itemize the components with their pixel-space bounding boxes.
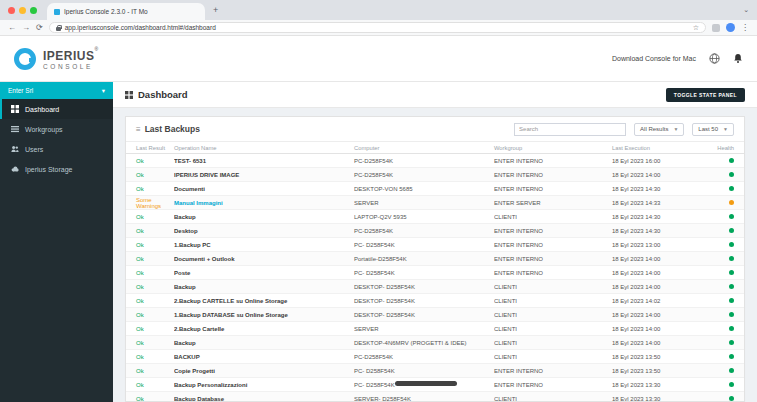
table-row[interactable]: OkBackupDESKTOP-4N6MRV (PROGETTI & IDEE)… bbox=[126, 336, 744, 350]
column-header-last-execution[interactable]: Last Execution bbox=[612, 145, 704, 151]
workgroup-cell: CLIENTI bbox=[494, 354, 612, 360]
tenant-selector[interactable]: Enter Srl ▾ bbox=[0, 82, 113, 99]
column-header-computer[interactable]: Computer bbox=[354, 145, 494, 151]
workgroup-cell: ENTER INTERNO bbox=[494, 242, 612, 248]
chevron-down-icon: ▼ bbox=[673, 126, 678, 132]
cloud-storage-icon bbox=[11, 165, 19, 173]
last-execution-cell: 18 Eyl 2023 14:02 bbox=[612, 298, 704, 304]
health-cell bbox=[704, 228, 734, 233]
table-header-row: Last Result Operation Name Computer Work… bbox=[126, 141, 744, 154]
table-row[interactable]: OkCopie ProgettiPC- D258F54KENTER INTERN… bbox=[126, 364, 744, 378]
toggle-state-panel-button[interactable]: TOGGLE STATE PANEL bbox=[666, 88, 745, 102]
health-status-dot bbox=[729, 158, 734, 163]
window-controls bbox=[8, 0, 37, 20]
table-row[interactable]: Ok1.Backup PCPC- D258F54KENTER INTERNO18… bbox=[126, 238, 744, 252]
table-row[interactable]: OkTEST- 6531PC-D258F54KENTER INTERNO18 E… bbox=[126, 154, 744, 168]
table-row[interactable]: Ok2.Backup CARTELLE su Online StorageDES… bbox=[126, 294, 744, 308]
health-status-dot bbox=[729, 340, 734, 345]
zoom-window-button[interactable] bbox=[30, 7, 37, 14]
last-execution-cell: 18 Eyl 2023 14:00 bbox=[612, 256, 704, 262]
tab-search-chevron-icon[interactable]: ⌄ bbox=[743, 6, 749, 14]
table-row[interactable]: Ok1.Backup DATABASE su Online StorageDES… bbox=[126, 308, 744, 322]
last-execution-cell: 18 Eyl 2023 14:00 bbox=[612, 312, 704, 318]
sidebar-item-label: Iperius Storage bbox=[25, 166, 72, 173]
close-window-button[interactable] bbox=[8, 7, 15, 14]
computer-cell: SERVER bbox=[354, 326, 494, 332]
url-bar[interactable]: app.iperiusconsole.com/dashboard.html#/d… bbox=[49, 22, 706, 33]
page-title-text: Dashboard bbox=[138, 89, 188, 100]
workgroup-cell: CLIENTI bbox=[494, 312, 612, 318]
search-input[interactable] bbox=[514, 123, 626, 136]
health-cell bbox=[704, 214, 734, 219]
column-header-health[interactable]: Health bbox=[704, 145, 734, 151]
download-console-link[interactable]: Download Console for Mac bbox=[612, 55, 696, 62]
table-row[interactable]: OkDocumenti + OutlookPortatile-D258F54KE… bbox=[126, 252, 744, 266]
health-status-dot bbox=[729, 312, 734, 317]
card-header: ≡ Last Backups All Results ▼ Last 50 ▼ bbox=[126, 117, 744, 141]
table-row[interactable]: OkPostePC- D258F54KENTER INTERNO18 Eyl 2… bbox=[126, 266, 744, 280]
last-result-cell: Some Warnings bbox=[136, 197, 174, 209]
table-controls: All Results ▼ Last 50 ▼ bbox=[514, 123, 734, 136]
table-row[interactable]: OkIPERIUS DRIVE IMAGEPC-D258F54KENTER IN… bbox=[126, 168, 744, 182]
table-row[interactable]: OkBackupDESKTOP- D258F54KCLIENTI18 Eyl 2… bbox=[126, 280, 744, 294]
health-status-dot bbox=[729, 368, 734, 373]
column-header-workgroup[interactable]: Workgroup bbox=[494, 145, 612, 151]
iperius-logo-icon bbox=[14, 48, 36, 70]
computer-cell: DESKTOP-VON 5685 bbox=[354, 186, 494, 192]
browser-tab[interactable]: Iperius Console 2.3.0 - IT Mo bbox=[47, 3, 205, 20]
health-status-dot bbox=[729, 326, 734, 331]
card-title: ≡ Last Backups bbox=[136, 124, 200, 134]
browser-menu-icon[interactable]: ⋮ bbox=[741, 23, 749, 32]
last-result-cell: Ok bbox=[136, 256, 174, 262]
minimize-window-button[interactable] bbox=[19, 7, 26, 14]
sidebar-item-label: Users bbox=[25, 146, 43, 153]
table-row[interactable]: OkBackup DatabaseSERVER- D258F54KCLIENTI… bbox=[126, 392, 744, 401]
sidebar-item-dashboard[interactable]: Dashboard bbox=[0, 99, 113, 119]
tenant-name: Enter Srl bbox=[8, 87, 33, 94]
profile-avatar[interactable] bbox=[726, 23, 735, 32]
main-content: Dashboard TOGGLE STATE PANEL ≡ Last Back… bbox=[113, 82, 757, 402]
sidebar-item-workgroups[interactable]: Workgroups bbox=[0, 119, 113, 139]
notifications-bell-icon[interactable] bbox=[733, 53, 743, 64]
sidebar-item-iperius-storage[interactable]: Iperius Storage bbox=[0, 159, 113, 179]
column-header-operation-name[interactable]: Operation Name bbox=[174, 145, 354, 151]
health-cell bbox=[704, 396, 734, 401]
table-row[interactable]: OkDesktopPC-D258F54KENTER INTERNO18 Eyl … bbox=[126, 224, 744, 238]
table-row[interactable]: OkDocumentiDESKTOP-VON 5685ENTER INTERNO… bbox=[126, 182, 744, 196]
back-icon[interactable]: ← bbox=[8, 24, 16, 32]
last-result-cell: Ok bbox=[136, 228, 174, 234]
health-status-dot bbox=[729, 396, 734, 401]
operation-name-cell[interactable]: Manual Immagini bbox=[174, 200, 354, 206]
workgroup-cell: CLIENTI bbox=[494, 396, 612, 402]
iperius-logo-text: IPERIUS® CONSOLE bbox=[43, 47, 98, 71]
last-result-cell: Ok bbox=[136, 368, 174, 374]
computer-cell: DESKTOP- D258F54K bbox=[354, 284, 494, 290]
horizontal-scrollbar-thumb[interactable] bbox=[395, 381, 457, 386]
health-status-dot bbox=[729, 270, 734, 275]
column-header-last-result[interactable]: Last Result bbox=[136, 145, 174, 151]
health-cell bbox=[704, 368, 734, 373]
reload-icon[interactable]: ⟳ bbox=[36, 24, 43, 32]
computer-cell: DESKTOP- D258F54K bbox=[354, 298, 494, 304]
last-result-cell: Ok bbox=[136, 326, 174, 332]
extensions-icon[interactable] bbox=[712, 24, 720, 32]
operation-name-cell: Documenti bbox=[174, 186, 354, 192]
table-row[interactable]: OkBackupLAPTOP-Q2V 5935CLIENTI18 Eyl 202… bbox=[126, 210, 744, 224]
table-row[interactable]: Ok2.Backup CartelleSERVERCLIENTI18 Eyl 2… bbox=[126, 322, 744, 336]
bookmark-star-icon[interactable]: ☆ bbox=[693, 24, 699, 32]
health-cell bbox=[704, 312, 734, 317]
last-result-cell: Ok bbox=[136, 284, 174, 290]
table-row[interactable]: Some WarningsManual ImmaginiSERVERENTER … bbox=[126, 196, 744, 210]
operation-name-cell: Backup bbox=[174, 340, 354, 346]
sidebar-item-users[interactable]: Users bbox=[0, 139, 113, 159]
table-row[interactable]: OkBACKUPPC-D258F54KCLIENTI18 Eyl 2023 13… bbox=[126, 350, 744, 364]
tab-title: Iperius Console 2.3.0 - IT Mo bbox=[64, 8, 148, 15]
results-filter-select[interactable]: All Results ▼ bbox=[634, 123, 684, 136]
url-text: app.iperiusconsole.com/dashboard.html#/d… bbox=[65, 24, 216, 31]
browser-toolbar: ← → ⟳ app.iperiusconsole.com/dashboard.h… bbox=[0, 20, 757, 36]
count-filter-select[interactable]: Last 50 ▼ bbox=[692, 123, 734, 136]
new-tab-button[interactable]: + bbox=[213, 5, 218, 15]
forward-icon[interactable]: → bbox=[22, 24, 30, 32]
language-globe-icon[interactable] bbox=[709, 53, 720, 64]
operation-name-cell: 1.Backup DATABASE su Online Storage bbox=[174, 312, 354, 318]
